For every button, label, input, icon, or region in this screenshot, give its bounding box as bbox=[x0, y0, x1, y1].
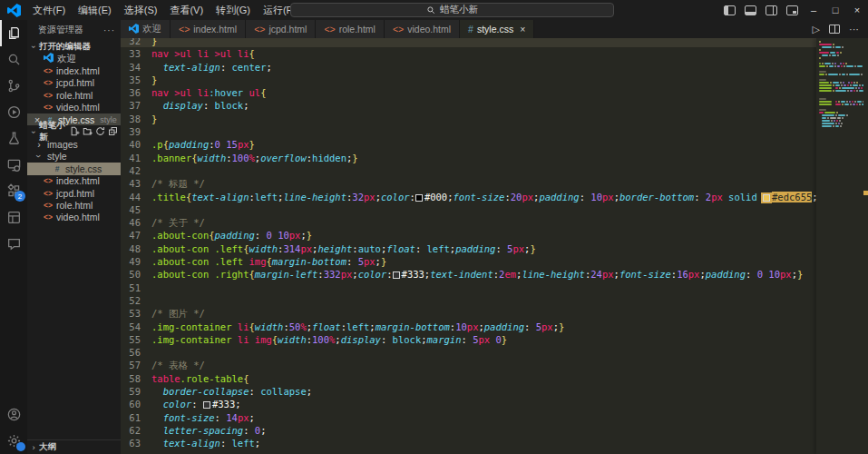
activity-source-control-icon[interactable] bbox=[0, 73, 27, 99]
split-editor-icon[interactable] bbox=[829, 25, 840, 34]
code-line[interactable]: 32} bbox=[121, 38, 816, 47]
tree-item[interactable]: #style.css bbox=[27, 163, 121, 174]
menu-item[interactable]: 文件(F) bbox=[26, 2, 72, 19]
tree-item[interactable]: <>index.html bbox=[27, 175, 121, 187]
code-line[interactable]: 37 display: block; bbox=[121, 99, 816, 112]
more-actions-icon[interactable]: ··· bbox=[849, 24, 859, 35]
overview-ruler[interactable] bbox=[863, 38, 868, 454]
activity-test-icon[interactable] bbox=[0, 125, 27, 152]
menu-item[interactable]: 选择(S) bbox=[118, 2, 164, 19]
activity-chat-icon[interactable] bbox=[0, 231, 27, 257]
tree-item-label: role.html bbox=[56, 200, 93, 211]
toggle-secondary-sidebar-icon[interactable] bbox=[766, 5, 777, 15]
tree-item[interactable]: ›style bbox=[27, 151, 121, 163]
code-line[interactable]: 52 bbox=[121, 294, 816, 307]
code-line[interactable]: 48.about-con .left{width:314px;height:au… bbox=[121, 242, 816, 255]
code-line[interactable]: 34 text-align: center; bbox=[121, 61, 816, 74]
code-line[interactable]: 43/* 标题 */ bbox=[121, 177, 816, 190]
code-line[interactable]: 59 border-collapse: collapse; bbox=[121, 385, 816, 398]
open-editor-item[interactable]: <>jcpd.html bbox=[27, 77, 121, 89]
menu-item[interactable]: 编辑(E) bbox=[72, 2, 118, 19]
code-editor[interactable]: 32}33nav >ul li >ul li{34 text-align: ce… bbox=[121, 38, 868, 454]
command-center-search[interactable]: 蜡笔小新 bbox=[290, 3, 614, 17]
tree-item[interactable]: <>video.html bbox=[27, 212, 121, 223]
collapse-all-icon[interactable] bbox=[108, 126, 118, 138]
tree-item[interactable]: ›images bbox=[27, 138, 121, 150]
title-bar: 文件(F)编辑(E)选择(S)查看(V)转到(G)运行(R)··· ← → 蜡笔… bbox=[0, 0, 868, 20]
close-icon[interactable]: × bbox=[520, 24, 525, 35]
toggle-sidebar-icon[interactable] bbox=[724, 5, 736, 15]
activity-explorer-icon[interactable] bbox=[0, 20, 27, 46]
html-file-icon: <> bbox=[393, 24, 404, 35]
outline-section[interactable]: › 大纲 bbox=[27, 439, 121, 454]
color-swatch[interactable] bbox=[393, 271, 400, 279]
activity-account-icon[interactable] bbox=[0, 401, 27, 428]
menu-item[interactable]: 查看(V) bbox=[163, 2, 210, 19]
code-line[interactable]: 45 bbox=[121, 203, 816, 216]
folder-header[interactable]: › 蜡笔小新 bbox=[27, 125, 121, 138]
activity-settings-icon[interactable] bbox=[0, 428, 27, 454]
code-line[interactable]: 47.about-con{padding: 0 10px;} bbox=[121, 229, 816, 242]
code-line[interactable]: 42 bbox=[121, 164, 816, 177]
open-editor-item[interactable]: <>video.html bbox=[27, 102, 121, 114]
code-line[interactable]: 49.about-con .left img{margin-bottom: 5p… bbox=[121, 255, 816, 268]
new-folder-icon[interactable] bbox=[83, 126, 93, 138]
code-line[interactable]: 56 bbox=[121, 346, 816, 359]
activity-run-debug-icon[interactable] bbox=[0, 99, 27, 125]
tab-index.html[interactable]: <>index.html bbox=[171, 20, 246, 38]
code-line[interactable]: 33nav >ul li >ul li{ bbox=[121, 47, 816, 60]
tab-欢迎[interactable]: 欢迎 bbox=[121, 20, 171, 38]
code-line[interactable]: 38} bbox=[121, 113, 816, 125]
line-number: 54 bbox=[121, 321, 151, 333]
open-editor-item[interactable]: 欢迎 bbox=[27, 53, 121, 64]
code-line[interactable]: 62 letter-spacing: 0; bbox=[121, 424, 816, 437]
code-line[interactable]: 40.p{padding:0 15px} bbox=[121, 138, 816, 151]
code-line[interactable]: 54.img-container li{width:50%;float:left… bbox=[121, 321, 816, 333]
open-editor-item[interactable]: <>role.html bbox=[27, 89, 121, 101]
code-line[interactable]: 51 bbox=[121, 281, 816, 294]
code-line[interactable]: 39 bbox=[121, 125, 816, 138]
toggle-panel-icon[interactable] bbox=[745, 5, 756, 15]
code-line[interactable]: 46/* 关于 */ bbox=[121, 216, 816, 229]
code-line[interactable]: 50.about-con .right{margin-left:332px;co… bbox=[121, 268, 816, 281]
activity-layouts-icon[interactable] bbox=[0, 204, 27, 231]
code-line[interactable]: 63 text-align: left; bbox=[121, 437, 816, 449]
code-line[interactable]: 36nav >ul li:hover ul{ bbox=[121, 86, 816, 99]
code-line[interactable]: 44.title{text-align:left;line-height:32p… bbox=[121, 191, 816, 203]
badge bbox=[16, 442, 25, 451]
new-file-icon[interactable] bbox=[70, 126, 80, 138]
code-line[interactable]: 41.banner{width:100%;overflow:hidden;} bbox=[121, 152, 816, 164]
minimap[interactable] bbox=[816, 38, 863, 454]
minimize-button[interactable]: – bbox=[803, 0, 824, 20]
open-editor-item[interactable]: <>index.html bbox=[27, 64, 121, 76]
code-line[interactable]: 58table.role-table{ bbox=[121, 372, 816, 385]
activity-extensions-icon[interactable]: 2 bbox=[0, 178, 27, 204]
sidebar-more-icon[interactable]: ··· bbox=[103, 25, 115, 35]
code-line[interactable]: 55.img-container li img{width:100%;displ… bbox=[121, 333, 816, 346]
code-line[interactable]: 57/* 表格 */ bbox=[121, 359, 816, 371]
activity-search-icon[interactable] bbox=[0, 46, 27, 73]
maximize-button[interactable]: □ bbox=[824, 0, 846, 20]
activity-remote-explorer-icon[interactable] bbox=[0, 152, 27, 178]
tab-jcpd.html[interactable]: <>jcpd.html bbox=[246, 20, 316, 38]
color-swatch[interactable] bbox=[415, 194, 423, 202]
tree-item[interactable]: <>role.html bbox=[27, 199, 121, 211]
customize-layout-icon[interactable] bbox=[786, 5, 798, 15]
code-line[interactable]: 53/* 图片 */ bbox=[121, 307, 816, 320]
tab-video.html[interactable]: <>video.html bbox=[385, 20, 460, 38]
sidebar-header: 资源管理器 ··· bbox=[27, 20, 121, 40]
tab-style.css[interactable]: #style.css× bbox=[460, 20, 534, 38]
open-editors-header[interactable]: › 打开的编辑器 bbox=[27, 40, 121, 53]
close-window-button[interactable]: × bbox=[846, 0, 868, 20]
color-swatch[interactable] bbox=[203, 401, 210, 409]
run-icon[interactable]: ▷ bbox=[813, 24, 820, 35]
code-line[interactable]: 61 font-size: 14px; bbox=[121, 411, 816, 424]
menu-item[interactable]: 转到(G) bbox=[210, 2, 257, 19]
tab-role.html[interactable]: <>role.html bbox=[316, 20, 385, 38]
line-number: 46 bbox=[121, 216, 151, 229]
tree-item[interactable]: <>jcpd.html bbox=[27, 187, 121, 199]
code-line[interactable]: 60 color: #333; bbox=[121, 398, 816, 410]
code-line[interactable]: 35} bbox=[121, 74, 816, 86]
color-swatch[interactable] bbox=[763, 194, 770, 202]
refresh-icon[interactable] bbox=[95, 126, 105, 138]
